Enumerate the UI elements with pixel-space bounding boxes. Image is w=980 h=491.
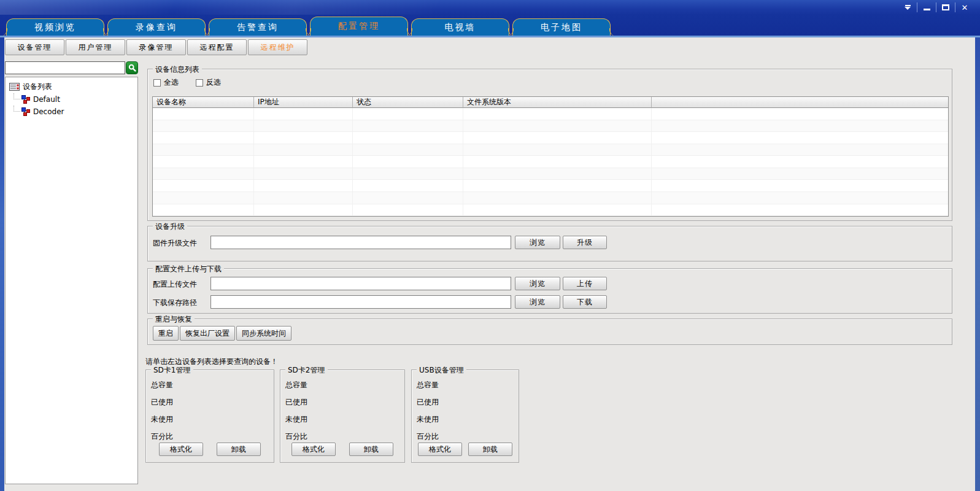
table-cell <box>652 180 948 191</box>
column-header-device-name[interactable]: 设备名称 <box>153 97 254 108</box>
select-all-label: 全选 <box>164 77 179 88</box>
tab-recording-query[interactable]: 录像查询 <box>107 18 206 36</box>
window-left-border <box>0 37 4 491</box>
firmware-upgrade-button[interactable]: 升级 <box>563 236 607 249</box>
restart-button[interactable]: 重启 <box>153 326 179 341</box>
download-path-input[interactable] <box>210 295 511 309</box>
window-menu-button[interactable] <box>898 1 917 14</box>
tab-video-browse[interactable]: 视频浏览 <box>6 18 104 36</box>
device-search-input[interactable] <box>5 61 125 74</box>
tab-alarm-query[interactable]: 告警查询 <box>209 18 307 36</box>
table-cell <box>353 168 463 180</box>
download-browse-button[interactable]: 浏览 <box>515 295 560 309</box>
minimize-button[interactable] <box>917 1 936 14</box>
table-cell <box>463 180 652 191</box>
device-info-groupbox: 设备信息列表 全选 反选 设备名称 IP地址 状态 文件系统版本 <box>147 69 952 221</box>
table-row[interactable] <box>153 168 948 180</box>
table-cell <box>652 156 948 168</box>
table-cell <box>153 144 254 156</box>
table-cell <box>353 192 463 204</box>
device-search-row <box>5 61 138 74</box>
groupbox-title: SD卡2管理 <box>285 365 328 376</box>
close-icon: ✕ <box>962 3 968 12</box>
table-row[interactable] <box>153 192 948 204</box>
search-button[interactable] <box>126 61 138 74</box>
table-cell <box>153 108 254 120</box>
device-tree-panel: 设备列表 Default Decoder <box>5 77 138 484</box>
tab-config-management[interactable]: 配置管理 <box>310 17 408 36</box>
column-header-filesystem-version[interactable]: 文件系统版本 <box>463 97 652 108</box>
tree-item-decoder-group[interactable]: Decoder <box>8 106 135 118</box>
usb-unmount-button[interactable]: 卸载 <box>468 443 512 456</box>
table-cell <box>254 156 353 168</box>
column-header-status[interactable]: 状态 <box>353 97 463 108</box>
table-cell <box>254 144 353 156</box>
groupbox-title: SD卡1管理 <box>151 365 193 376</box>
toolbar-user-management[interactable]: 用户管理 <box>66 39 125 55</box>
toolbar-remote-config[interactable]: 远程配置 <box>187 39 247 55</box>
config-upload-input[interactable] <box>210 277 511 290</box>
usb-buttons-row: 格式化 卸载 <box>412 443 519 456</box>
table-cell <box>153 156 254 168</box>
table-cell <box>652 168 948 180</box>
table-cell <box>153 204 254 216</box>
table-cell <box>463 132 652 144</box>
sync-system-time-button[interactable]: 同步系统时间 <box>236 326 291 341</box>
invert-select-checkbox[interactable] <box>196 79 203 87</box>
table-row[interactable] <box>153 120 948 133</box>
toolbar-recording-management[interactable]: 录像管理 <box>126 39 186 55</box>
table-row[interactable] <box>153 108 948 120</box>
usb-format-button[interactable]: 格式化 <box>418 443 462 456</box>
factory-reset-button[interactable]: 恢复出厂设置 <box>180 326 235 341</box>
download-path-label: 下载保存路径 <box>153 298 197 308</box>
sd2-format-button[interactable]: 格式化 <box>291 443 336 456</box>
table-row[interactable] <box>153 132 948 144</box>
config-upload-button[interactable]: 上传 <box>563 277 607 290</box>
sd-card-1-groupbox: SD卡1管理 总容量 已使用 未使用 百分比 格式化 卸载 <box>145 369 274 463</box>
tab-tv-wall[interactable]: 电视墙 <box>411 18 509 36</box>
firmware-file-label: 固件升级文件 <box>153 238 197 249</box>
table-row[interactable] <box>153 156 948 168</box>
firmware-file-input[interactable] <box>210 236 511 249</box>
download-button[interactable]: 下载 <box>563 295 607 309</box>
main-tabbar: 视频浏览 录像查询 告警查询 配置管理 电视墙 电子地图 <box>0 15 980 36</box>
tree-item-device-list[interactable]: 设备列表 <box>8 80 135 93</box>
table-cell <box>652 144 948 156</box>
sd1-buttons-row: 格式化 卸载 <box>146 443 274 456</box>
restart-restore-groupbox: 重启与恢复 重启 恢复出厂设置 同步系统时间 <box>147 319 952 345</box>
close-button[interactable]: ✕ <box>955 1 974 14</box>
firmware-browse-button[interactable]: 浏览 <box>515 236 560 249</box>
used-label: 已使用 <box>280 397 404 408</box>
tab-label: 视频浏览 <box>34 22 76 33</box>
config-toolbar: 设备管理 用户管理 录像管理 远程配置 远程维护 <box>5 39 307 55</box>
tab-e-map[interactable]: 电子地图 <box>512 18 611 36</box>
toolbar-remote-maintenance[interactable]: 远程维护 <box>248 39 307 55</box>
table-cell <box>353 180 463 191</box>
table-cell <box>153 120 254 132</box>
total-capacity-label: 总容量 <box>146 380 274 390</box>
tree-item-default-group[interactable]: Default <box>8 93 135 106</box>
table-cell <box>652 192 948 204</box>
table-row[interactable] <box>153 144 948 157</box>
sd1-format-button[interactable]: 格式化 <box>159 443 203 456</box>
groupbox-title: 设备信息列表 <box>153 64 202 75</box>
sd2-unmount-button[interactable]: 卸载 <box>349 443 393 456</box>
select-all-checkbox[interactable] <box>153 79 161 87</box>
groupbox-title: 配置文件上传与下载 <box>153 264 224 274</box>
column-header-ip-address[interactable]: IP地址 <box>254 97 353 108</box>
toolbar-device-management[interactable]: 设备管理 <box>5 39 64 55</box>
column-header-empty[interactable] <box>652 97 948 108</box>
percentage-label: 百分比 <box>280 431 404 442</box>
table-row[interactable] <box>153 180 948 192</box>
menu-arrow-icon <box>905 5 911 10</box>
config-upload-browse-button[interactable]: 浏览 <box>515 277 560 290</box>
maximize-button[interactable] <box>936 1 955 14</box>
unused-label: 未使用 <box>412 414 519 425</box>
sd1-unmount-button[interactable]: 卸载 <box>217 443 261 456</box>
table-row[interactable] <box>153 204 948 217</box>
table-cell <box>652 120 948 132</box>
total-capacity-label: 总容量 <box>412 380 519 390</box>
percentage-label: 百分比 <box>412 431 519 442</box>
table-cell <box>463 144 652 156</box>
device-list-icon <box>9 83 20 91</box>
